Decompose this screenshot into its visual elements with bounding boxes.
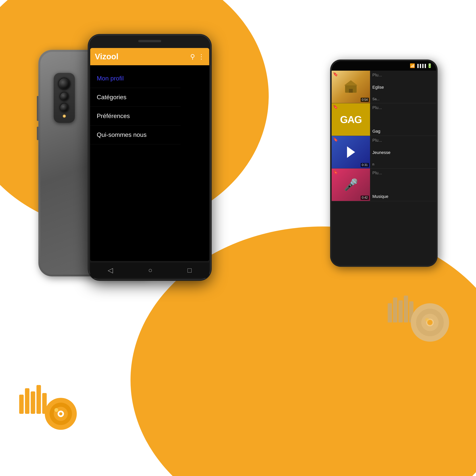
- bottom-navigation: ◁ ○ □: [90, 263, 209, 278]
- battery-icon: 🔋: [427, 63, 432, 68]
- phone-right: 📶 ▐▐▐▐ 🔋 🔖 0:54 Plu...: [330, 60, 438, 267]
- bookmark-icon: 🔖: [333, 170, 338, 175]
- front-screen: Vizool ⚲ ⋮ Mon profil Catégories Préfére…: [90, 48, 209, 261]
- app-title: Vizool: [95, 52, 119, 61]
- app-header: Vizool ⚲ ⋮: [90, 48, 209, 65]
- channel-sub: n: [372, 162, 434, 166]
- channel-more-label: Plu...: [372, 138, 434, 143]
- list-item[interactable]: 🔖 0:31 Plu... Jeunesse n: [332, 136, 436, 169]
- bixby-button: [37, 127, 38, 140]
- phone-front: Vizool ⚲ ⋮ Mon profil Catégories Préfére…: [88, 34, 211, 280]
- deco-disc-svg: [388, 284, 449, 345]
- drawer-item-mon-profil[interactable]: Mon profil: [90, 69, 181, 88]
- time-badge: 0:42: [361, 196, 369, 200]
- svg-point-25: [425, 318, 429, 322]
- time-badge: 0:31: [361, 163, 369, 167]
- telephoto-lens: [60, 92, 69, 101]
- search-icon[interactable]: ⚲: [190, 53, 195, 60]
- svg-rect-16: [398, 300, 403, 323]
- church-thumb: 🔖 0:54: [332, 71, 370, 103]
- channel-more-label: Plu...: [372, 105, 434, 110]
- decorative-disc: [388, 284, 449, 345]
- more-vert-icon[interactable]: ⋮: [198, 53, 204, 60]
- bookmark-icon: 🔖: [333, 104, 338, 109]
- time-badge: 0:54: [361, 98, 369, 102]
- channel-info: Plu... Musique: [370, 169, 436, 201]
- channel-name: Jeunesse: [372, 150, 434, 155]
- bookmark-icon: 🔖: [333, 137, 338, 142]
- back-button[interactable]: ◁: [108, 266, 113, 274]
- home-button[interactable]: ○: [148, 266, 153, 274]
- channel-info: Plu... Gag: [370, 103, 436, 136]
- svg-rect-6: [36, 385, 41, 414]
- svg-point-12: [59, 412, 62, 416]
- earpiece: [138, 40, 161, 42]
- svg-rect-14: [388, 303, 392, 323]
- recents-button[interactable]: □: [187, 266, 192, 274]
- wifi-icon: 📶: [410, 63, 415, 68]
- channel-more-label: Plu...: [372, 72, 434, 78]
- jeunesse-thumb: 🔖 0:31: [332, 136, 370, 168]
- vizool-logo-disc: [19, 375, 77, 433]
- camera-module: [54, 73, 75, 123]
- channel-name: Musique: [372, 194, 434, 199]
- right-status-bar: 📶 ▐▐▐▐ 🔋: [332, 61, 436, 71]
- channel-name: Gag: [372, 129, 434, 134]
- channel-more-label: Plu...: [372, 170, 434, 175]
- volume-button: [37, 96, 38, 121]
- channel-sub: Sa...: [372, 97, 434, 101]
- drawer-item-qui-sommes-nous[interactable]: Qui-sommes nous: [90, 125, 181, 144]
- svg-rect-15: [393, 298, 397, 323]
- list-item[interactable]: 🔖 0:54 Plu... Eglise Sa...: [332, 71, 436, 103]
- logo-bottom-left: [19, 375, 77, 434]
- navigation-drawer: Mon profil Catégories Préférences Qui-so…: [90, 65, 181, 261]
- svg-rect-4: [25, 388, 29, 414]
- svg-rect-17: [404, 296, 408, 323]
- svg-marker-1: [344, 80, 357, 85]
- svg-rect-3: [19, 395, 24, 414]
- drawer-item-categories[interactable]: Catégories: [90, 88, 181, 107]
- list-item[interactable]: 🔖 GAG Plu... Gag: [332, 103, 436, 136]
- signal-icon: ▐▐▐▐: [416, 64, 426, 68]
- channel-info: Plu... Jeunesse n: [370, 136, 436, 168]
- channel-info: Plu... Eglise Sa...: [370, 71, 436, 103]
- drawer-item-preferences[interactable]: Préférences: [90, 107, 181, 125]
- main-camera-lens: [58, 78, 70, 90]
- list-item[interactable]: 🔖 🎤 0:42 Plu... Musique: [332, 169, 436, 201]
- gag-thumb: 🔖 GAG: [332, 103, 370, 136]
- bookmark-icon: 🔖: [333, 72, 338, 77]
- scene: 📶 ▐▐▐▐ 🔋 🔖 0:54 Plu...: [0, 0, 476, 476]
- channel-name: Eglise: [372, 85, 434, 90]
- ultrawide-lens: [60, 103, 69, 112]
- musique-thumb: 🔖 🎤 0:42: [332, 169, 370, 201]
- channel-list: 🔖 0:54 Plu... Eglise Sa...: [332, 71, 436, 265]
- phone-right-screen: 📶 ▐▐▐▐ 🔋 🔖 0:54 Plu...: [332, 61, 436, 265]
- svg-point-13: [54, 408, 58, 412]
- status-icons: 📶 ▐▐▐▐ 🔋: [410, 63, 432, 68]
- svg-rect-5: [31, 391, 35, 414]
- flash: [62, 114, 66, 118]
- header-icons: ⚲ ⋮: [190, 53, 204, 60]
- svg-rect-2: [349, 89, 353, 93]
